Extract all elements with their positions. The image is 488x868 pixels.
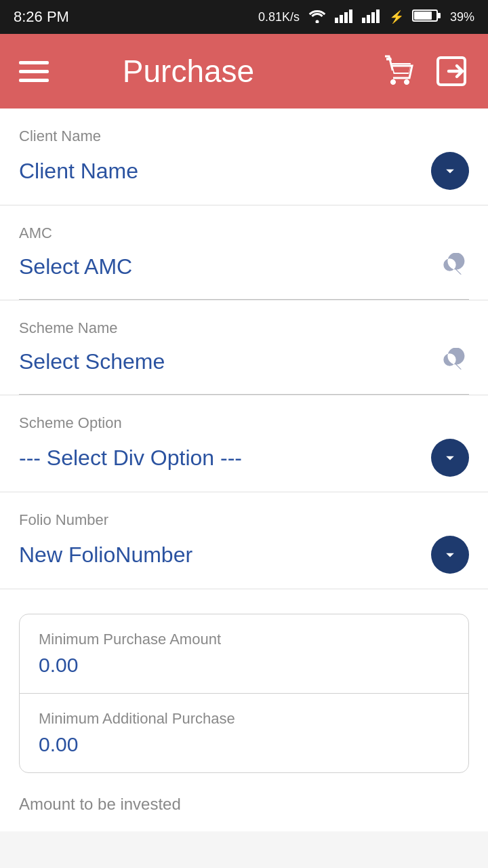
amc-search-button[interactable] — [434, 249, 469, 284]
scheme-name-group: Scheme Name Select Scheme — [0, 300, 488, 395]
scheme-option-group: Scheme Option --- Select Div Option --- — [0, 395, 488, 492]
svg-point-11 — [390, 79, 395, 84]
top-bar: Purchase — [0, 34, 488, 108]
info-card: Minimum Purchase Amount 0.00 Minimum Add… — [19, 614, 469, 773]
client-name-label: Client Name — [19, 127, 469, 145]
folio-number-group: Folio Number New FolioNumber — [0, 492, 488, 589]
network-speed: 0.81K/s — [258, 10, 300, 24]
svg-rect-3 — [349, 9, 352, 23]
scheme-name-row: Select Scheme — [19, 344, 469, 394]
min-purchase-label: Minimum Purchase Amount — [39, 631, 449, 648]
min-purchase-value: 0.00 — [39, 654, 449, 677]
top-bar-actions — [382, 54, 469, 89]
min-additional-purchase-value: 0.00 — [39, 733, 449, 756]
scheme-name-search-button[interactable] — [434, 344, 469, 379]
charging-icon: ⚡ — [389, 9, 404, 24]
amount-section: Amount to be invested — [0, 773, 488, 831]
client-name-row: Client Name — [19, 152, 469, 205]
client-name-value: Client Name — [19, 159, 138, 184]
scheme-name-label: Scheme Name — [19, 319, 469, 337]
amount-label: Amount to be invested — [19, 795, 469, 814]
battery-icon — [412, 8, 442, 26]
min-purchase-row: Minimum Purchase Amount 0.00 — [20, 614, 468, 693]
folio-number-row: New FolioNumber — [19, 536, 469, 589]
scheme-option-row: --- Select Div Option --- — [19, 439, 469, 492]
svg-rect-1 — [340, 15, 343, 23]
svg-rect-0 — [335, 18, 338, 23]
wifi-icon — [308, 8, 327, 26]
folio-number-label: Folio Number — [19, 511, 469, 529]
amc-label: AMC — [19, 224, 469, 242]
scheme-option-value: --- Select Div Option --- — [19, 446, 242, 471]
exit-button[interactable] — [434, 54, 469, 89]
scheme-name-placeholder: Select Scheme — [19, 349, 165, 374]
client-name-group: Client Name Client Name — [0, 108, 488, 205]
page-title: Purchase — [0, 53, 382, 90]
status-right: 0.81K/s — [258, 8, 474, 26]
svg-rect-6 — [371, 12, 375, 23]
amc-placeholder: Select AMC — [19, 254, 132, 279]
battery-percent: 39% — [450, 10, 474, 24]
svg-point-12 — [404, 79, 409, 84]
form-content: Client Name Client Name AMC Select AMC S… — [0, 108, 488, 831]
amc-group: AMC Select AMC — [0, 205, 488, 300]
svg-rect-2 — [344, 12, 348, 23]
amc-row: Select AMC — [19, 249, 469, 299]
folio-number-dropdown[interactable] — [431, 536, 469, 574]
min-additional-purchase-row: Minimum Additional Purchase 0.00 — [20, 693, 468, 772]
svg-rect-7 — [376, 9, 380, 23]
svg-rect-10 — [437, 13, 441, 18]
svg-rect-9 — [414, 12, 432, 20]
min-additional-purchase-label: Minimum Additional Purchase — [39, 710, 449, 728]
cart-button[interactable] — [382, 54, 418, 89]
folio-number-value: New FolioNumber — [19, 542, 192, 568]
scheme-option-label: Scheme Option — [19, 414, 469, 432]
signal-icon-2 — [362, 8, 381, 26]
client-name-dropdown[interactable] — [431, 152, 469, 190]
svg-rect-4 — [362, 18, 365, 23]
status-time: 8:26 PM — [14, 8, 69, 26]
scheme-option-dropdown[interactable] — [431, 439, 469, 477]
svg-rect-5 — [367, 15, 370, 23]
signal-icon — [335, 8, 354, 26]
status-bar: 8:26 PM 0.81K/s — [0, 0, 488, 34]
